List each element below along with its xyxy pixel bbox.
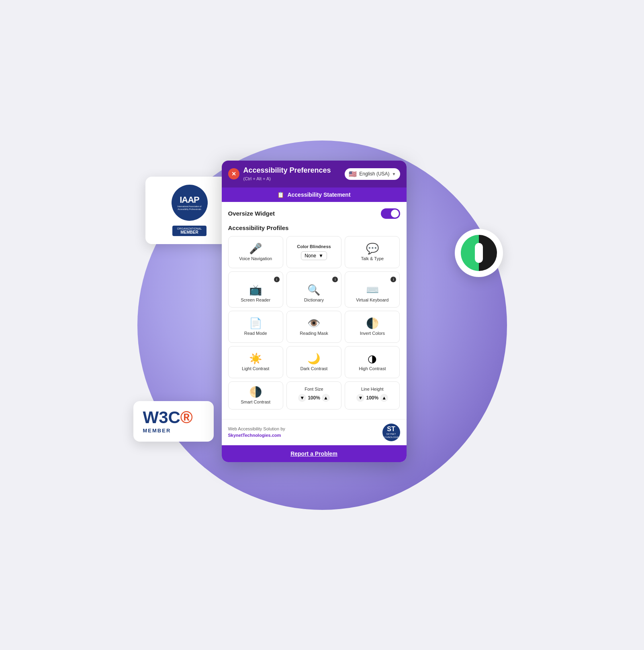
oversize-row: Oversize Widget	[228, 208, 400, 219]
invert-colors-icon: 🌓	[366, 318, 379, 328]
line-height-control: Line Height ▼ 100% ▲	[345, 381, 400, 410]
iaap-sub: International Association of Accessibili…	[172, 205, 208, 210]
oversize-toggle[interactable]	[381, 208, 400, 219]
iaap-logo: IAAP International Association of Access…	[172, 185, 208, 221]
smart-contrast-icon: 🌗	[249, 387, 262, 397]
language-selector[interactable]: 🇺🇸 English (USA) ▼	[345, 168, 400, 180]
footer-logo-sub: SKYNET TECHNOLOGIES	[382, 433, 401, 438]
screen-reader-info: i	[274, 277, 280, 282]
contrast-notch	[475, 243, 483, 263]
accessibility-statement-bar[interactable]: 📋 Accessibility Statement	[222, 187, 407, 202]
profiles-section-label: Accessibility Profiles	[228, 224, 400, 231]
high-contrast-label: High Contrast	[359, 366, 386, 371]
iaap-card: IAAP International Association of Access…	[145, 177, 234, 244]
profile-invert-colors[interactable]: 🌓 Invert Colors	[345, 311, 400, 343]
lang-label: English (USA)	[359, 171, 389, 177]
reading-mask-label: Reading Mask	[300, 331, 328, 336]
screen-reader-label: Screen Reader	[241, 297, 270, 302]
w3c-member-label: MEMBER	[143, 428, 204, 434]
profiles-row-4: ☀️ Light Contrast 🌙 Dark Contrast ◑ High…	[228, 346, 400, 378]
widget-body: Oversize Widget Accessibility Profiles 🎤…	[222, 202, 407, 419]
iaap-member-label: MEMBER	[177, 230, 202, 234]
high-contrast-icon: ◑	[368, 353, 377, 364]
flag-icon: 🇺🇸	[349, 170, 357, 178]
statement-icon: 📋	[277, 192, 284, 198]
profile-talk-type[interactable]: 💬 Talk & Type	[345, 236, 400, 268]
line-height-stepper: ▼ 100% ▲	[356, 394, 388, 402]
color-blindness-select[interactable]: None ▼	[301, 251, 327, 260]
profiles-row-3: 📄 Read Mode 👁️ Reading Mask 🌓 Invert Col…	[228, 311, 400, 343]
profile-color-blindness: Color Blindness None ▼	[286, 236, 341, 268]
read-mode-label: Read Mode	[244, 331, 267, 336]
profile-read-mode[interactable]: 📄 Read Mode	[228, 311, 283, 343]
virtual-keyboard-label: Virtual Keyboard	[356, 297, 388, 302]
voice-navigation-label: Voice Navigation	[239, 256, 272, 261]
contrast-inner	[461, 235, 497, 271]
widget-shortcut: (Ctrl + Alt + A)	[243, 176, 271, 181]
screen-reader-icon: 📺	[249, 285, 262, 295]
smart-contrast-label: Smart Contrast	[241, 399, 270, 404]
widget-footer: Web Accessibility Solution by SkynetTech…	[222, 419, 407, 445]
profiles-row-2: i 📺 Screen Reader i 🔍 Dictionary i ⌨️ Vi…	[228, 271, 400, 308]
light-contrast-label: Light Contrast	[242, 366, 269, 371]
scene: IAAP International Association of Access…	[101, 104, 543, 546]
widget-main-title: Accessibility Preferences	[243, 166, 331, 175]
line-height-increase[interactable]: ▲	[380, 394, 388, 402]
contrast-circle	[455, 229, 503, 277]
profile-light-contrast[interactable]: ☀️ Light Contrast	[228, 346, 283, 378]
reading-mask-icon: 👁️	[307, 318, 320, 328]
footer-logo-initials: ST	[387, 426, 395, 433]
iaap-text: IAAP	[180, 195, 199, 205]
report-label: Report a Problem	[290, 450, 337, 457]
profile-voice-navigation[interactable]: 🎤 Voice Navigation	[228, 236, 283, 268]
font-size-increase[interactable]: ▲	[322, 394, 330, 402]
light-contrast-icon: ☀️	[249, 353, 262, 364]
footer-text: Web Accessibility Solution by SkynetTech…	[228, 426, 285, 438]
profile-dictionary[interactable]: i 🔍 Dictionary	[286, 271, 341, 308]
font-size-decrease[interactable]: ▼	[298, 394, 306, 402]
line-height-decrease[interactable]: ▼	[356, 394, 364, 402]
accessibility-widget: ✕ Accessibility Preferences (Ctrl + Alt …	[222, 161, 407, 462]
widget-header-left: ✕ Accessibility Preferences (Ctrl + Alt …	[228, 166, 331, 182]
report-bar[interactable]: Report a Problem	[222, 445, 407, 462]
talk-type-label: Talk & Type	[361, 256, 384, 261]
profile-smart-contrast[interactable]: 🌗 Smart Contrast	[228, 381, 283, 410]
color-blindness-chevron: ▼	[319, 253, 323, 259]
oversize-label: Oversize Widget	[228, 210, 275, 217]
profile-reading-mask[interactable]: 👁️ Reading Mask	[286, 311, 341, 343]
chevron-down-icon: ▼	[392, 172, 396, 176]
font-size-value: 100%	[308, 395, 320, 401]
line-height-value: 100%	[366, 395, 378, 401]
line-height-label: Line Height	[361, 387, 384, 391]
adjust-row: 🌗 Smart Contrast Font Size ▼ 100% ▲ Line…	[228, 381, 400, 410]
close-button[interactable]: ✕	[228, 168, 239, 179]
read-mode-icon: 📄	[249, 318, 262, 328]
profile-dark-contrast[interactable]: 🌙 Dark Contrast	[286, 346, 341, 378]
font-size-stepper: ▼ 100% ▲	[298, 394, 330, 402]
widget-title: Accessibility Preferences (Ctrl + Alt + …	[243, 166, 331, 182]
dictionary-info: i	[332, 277, 338, 282]
iaap-org-label: ORGANIZATIONAL	[177, 227, 202, 230]
footer-link[interactable]: SkynetTechnologies.com	[228, 433, 281, 438]
dictionary-icon: 🔍	[307, 285, 320, 295]
profile-screen-reader[interactable]: i 📺 Screen Reader	[228, 271, 283, 308]
virtual-keyboard-icon: ⌨️	[366, 285, 379, 295]
toggle-knob	[391, 210, 399, 218]
dictionary-label: Dictionary	[304, 297, 324, 302]
iaap-member-badge: ORGANIZATIONAL MEMBER	[172, 226, 206, 236]
dark-contrast-label: Dark Contrast	[301, 366, 328, 371]
color-blindness-value: None	[305, 253, 316, 259]
talk-type-icon: 💬	[366, 243, 379, 254]
profiles-row-1: 🎤 Voice Navigation Color Blindness None …	[228, 236, 400, 268]
statement-label: Accessibility Statement	[287, 192, 350, 198]
font-size-control: Font Size ▼ 100% ▲	[286, 381, 341, 410]
footer-text-label: Web Accessibility Solution by	[228, 426, 285, 431]
font-size-label: Font Size	[305, 387, 323, 391]
w3c-card: W3C® MEMBER	[133, 401, 214, 442]
voice-navigation-icon: 🎤	[249, 243, 262, 254]
profile-high-contrast[interactable]: ◑ High Contrast	[345, 346, 400, 378]
footer-logo: ST SKYNET TECHNOLOGIES	[382, 424, 400, 441]
profile-virtual-keyboard[interactable]: i ⌨️ Virtual Keyboard	[345, 271, 400, 308]
color-blindness-label: Color Blindness	[297, 244, 331, 249]
invert-colors-label: Invert Colors	[360, 331, 385, 336]
